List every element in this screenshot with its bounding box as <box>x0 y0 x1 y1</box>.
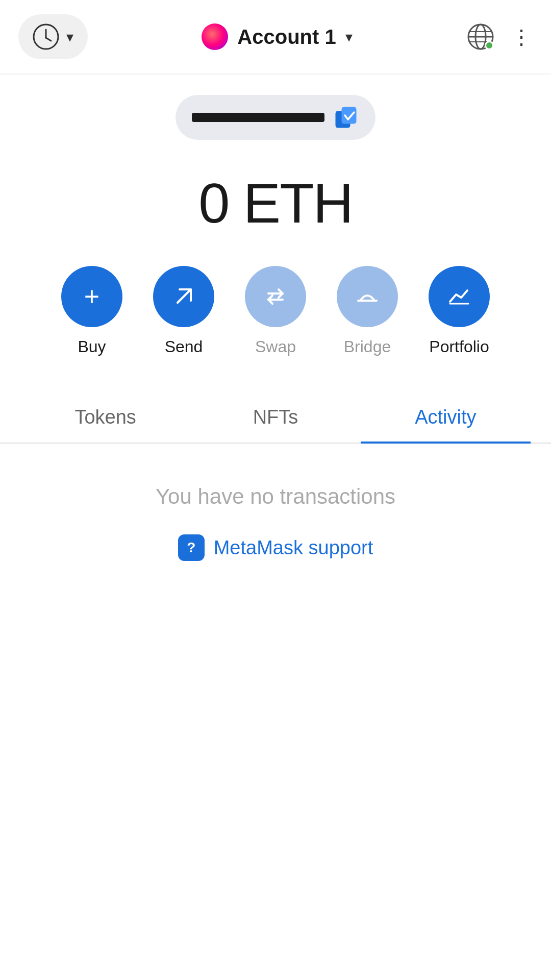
address-pill[interactable] <box>176 95 375 140</box>
swap-icon <box>261 282 290 311</box>
send-button[interactable] <box>153 266 214 327</box>
account-selector[interactable]: Account 1 ▾ <box>202 23 352 50</box>
tabs-section: Tokens NFTs Activity <box>0 392 551 444</box>
portfolio-action[interactable]: Portfolio <box>429 266 490 356</box>
bridge-action[interactable]: Bridge <box>337 266 398 356</box>
svg-line-10 <box>178 289 191 303</box>
buy-action[interactable]: + Buy <box>61 266 122 356</box>
account-name-label: Account 1 <box>237 26 336 48</box>
metamask-support-link[interactable]: ? MetaMask support <box>178 534 373 561</box>
tab-nfts[interactable]: NFTs <box>190 392 360 443</box>
header-actions: ⋮ <box>466 22 533 51</box>
balance-section: 0 ETH <box>0 150 551 266</box>
address-section <box>0 75 551 150</box>
avatar <box>202 23 228 50</box>
portfolio-button[interactable] <box>429 266 490 327</box>
activity-content: You have no transactions ? MetaMask supp… <box>0 444 551 581</box>
svg-rect-9 <box>342 107 356 124</box>
account-chevron-icon: ▾ <box>345 29 353 45</box>
send-icon <box>169 282 198 311</box>
buy-button[interactable]: + <box>61 266 122 327</box>
tab-activity[interactable]: Activity <box>361 392 531 443</box>
send-label: Send <box>165 337 203 356</box>
bridge-icon <box>353 282 382 311</box>
send-action[interactable]: Send <box>153 266 214 356</box>
bridge-label: Bridge <box>344 337 391 356</box>
actions-section: + Buy Send Swap <box>0 266 551 392</box>
network-status-button[interactable] <box>466 22 495 51</box>
network-chevron-icon: ▾ <box>66 29 73 45</box>
network-selector[interactable]: ▾ <box>18 14 88 59</box>
balance-amount: 0 ETH <box>198 172 353 234</box>
plus-icon: + <box>84 281 99 312</box>
portfolio-icon <box>445 282 473 311</box>
no-transactions-message: You have no transactions <box>156 484 395 509</box>
bridge-button[interactable] <box>337 266 398 327</box>
swap-button[interactable] <box>245 266 306 327</box>
header: ▾ Account 1 ▾ ⋮ <box>0 0 551 75</box>
svg-line-2 <box>46 38 51 41</box>
address-text <box>192 113 324 122</box>
portfolio-label: Portfolio <box>429 337 489 356</box>
more-options-button[interactable]: ⋮ <box>511 25 533 48</box>
buy-label: Buy <box>78 337 106 356</box>
copy-address-button[interactable] <box>333 104 359 131</box>
tab-tokens[interactable]: Tokens <box>20 392 190 443</box>
support-label: MetaMask support <box>214 537 373 559</box>
swap-action[interactable]: Swap <box>245 266 306 356</box>
support-icon: ? <box>178 534 205 561</box>
swap-label: Swap <box>255 337 296 356</box>
network-connected-dot <box>485 41 494 50</box>
clock-icon <box>33 23 59 50</box>
